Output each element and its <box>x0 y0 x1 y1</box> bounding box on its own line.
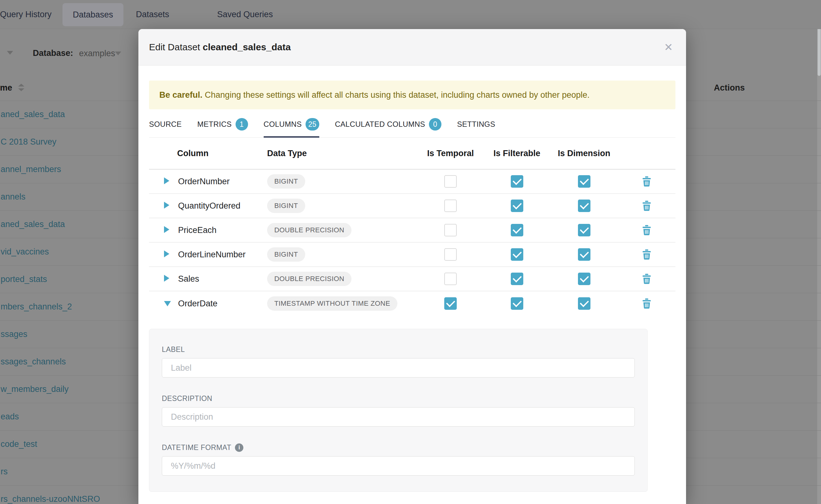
is-dimension-checkbox[interactable] <box>578 248 591 261</box>
dataset-link[interactable]: C 2018 Survey <box>1 137 57 147</box>
is-filterable-checkbox[interactable] <box>511 175 523 188</box>
expand-caret-icon[interactable] <box>149 225 171 235</box>
tab-count-badge: 25 <box>305 118 319 131</box>
table-row: OrderLineNumber BIGINT <box>149 243 675 267</box>
sort-icon[interactable] <box>18 84 25 91</box>
name-column-header[interactable]: me <box>0 83 12 93</box>
datetime-format-field-label: DATETIME FORMAT i <box>162 443 635 452</box>
column-name: OrderNumber <box>171 177 264 186</box>
dataset-link[interactable]: vid_vaccines <box>1 247 49 257</box>
info-icon[interactable]: i <box>235 443 243 452</box>
columns-table: OrderNumber BIGINT <box>149 170 675 316</box>
is-temporal-checkbox[interactable] <box>444 273 457 285</box>
nav-item[interactable]: Query History <box>0 0 52 29</box>
nav-item-label: Databases <box>73 10 113 20</box>
dataset-link[interactable]: aned_sales_data <box>1 110 65 119</box>
data-type-pill: BIGINT <box>267 199 305 213</box>
expand-caret-icon[interactable] <box>149 299 171 309</box>
is-temporal-checkbox[interactable] <box>444 224 457 236</box>
top-navigation: Databases Datasets Saved Queries Query H… <box>0 0 821 29</box>
nav-item-label: Saved Queries <box>217 10 273 19</box>
table-row: Sales DOUBLE PRECISION <box>149 267 675 291</box>
delete-column-trash-icon[interactable] <box>618 298 675 309</box>
is-filterable-checkbox[interactable] <box>511 297 523 310</box>
description-field-label: DESCRIPTION <box>162 394 635 403</box>
delete-column-trash-icon[interactable] <box>618 274 675 284</box>
table-row: QuantityOrdered BIGINT <box>149 194 675 218</box>
tab-label: SOURCE <box>149 120 181 129</box>
data-type-pill: TIMESTAMP WITHOUT TIME ZONE <box>267 296 397 311</box>
nav-item-label: Datasets <box>136 10 169 19</box>
is-dimension-checkbox[interactable] <box>578 297 591 310</box>
column-name: OrderDate <box>171 299 264 309</box>
database-filter-label: Database: <box>33 48 73 58</box>
tab-label: CALCULATED COLUMNS <box>335 120 425 129</box>
dataset-link[interactable]: aned_sales_data <box>1 220 65 229</box>
is-temporal-checkbox[interactable] <box>444 200 457 212</box>
is-temporal-checkbox[interactable] <box>444 297 457 310</box>
modal-dataset-name: cleaned_sales_data <box>203 42 291 52</box>
dataset-link[interactable]: mbers_channels_2 <box>1 302 72 312</box>
dataset-link[interactable]: rs <box>1 467 8 477</box>
data-type-pill: DOUBLE PRECISION <box>267 223 351 237</box>
datetime-format-input[interactable] <box>162 456 635 476</box>
dataset-link[interactable]: annel_members <box>1 165 61 174</box>
nav-item[interactable]: Databases <box>62 3 123 26</box>
is-dimension-checkbox[interactable] <box>578 200 591 212</box>
database-filter-value[interactable]: examples <box>79 49 115 58</box>
modal-title: Edit Dataset cleaned_sales_data <box>149 42 291 52</box>
is-dimension-checkbox[interactable] <box>578 224 591 236</box>
expand-caret-icon[interactable] <box>149 201 171 211</box>
is-dimension-checkbox[interactable] <box>578 175 591 188</box>
column-name: OrderLineNumber <box>171 250 264 259</box>
modal-title-prefix: Edit Dataset <box>149 42 200 52</box>
tab-count-badge: 1 <box>235 118 248 131</box>
data-type-pill: DOUBLE PRECISION <box>267 272 351 286</box>
data-type-header: Data Type <box>264 149 418 158</box>
table-row: OrderNumber BIGINT <box>149 170 675 194</box>
dataset-link[interactable]: ssages <box>1 329 27 339</box>
edit-dataset-modal: Edit Dataset cleaned_sales_data ✕ Be car… <box>138 29 686 504</box>
dataset-link[interactable]: eads <box>1 412 19 422</box>
expand-caret-icon[interactable] <box>149 274 171 284</box>
is-temporal-checkbox[interactable] <box>444 175 457 188</box>
dataset-link[interactable]: ported_stats <box>1 274 47 284</box>
is-filterable-checkbox[interactable] <box>511 224 523 236</box>
data-type-pill: BIGINT <box>267 247 305 262</box>
dataset-link[interactable]: rs_channels-uzooNNtSRO <box>1 494 100 504</box>
is-dimension-checkbox[interactable] <box>578 273 591 285</box>
column-header: Column <box>171 149 264 158</box>
delete-column-trash-icon[interactable] <box>618 225 675 235</box>
dataset-link[interactable]: w_members_daily <box>1 384 69 394</box>
dataset-link[interactable]: annels <box>1 192 26 202</box>
is-filterable-checkbox[interactable] <box>511 273 523 285</box>
filter-dropdown-caret-icon[interactable] <box>7 51 13 55</box>
column-name: QuantityOrdered <box>171 201 264 211</box>
actions-column-header: Actions <box>714 83 745 93</box>
nav-item[interactable]: Datasets <box>136 0 169 29</box>
is-dimension-header: Is Dimension <box>551 149 618 158</box>
delete-column-trash-icon[interactable] <box>618 200 675 211</box>
dataset-link[interactable]: ssages_channels <box>1 357 66 367</box>
tab[interactable]: COLUMNS 25 <box>264 118 319 137</box>
is-filterable-checkbox[interactable] <box>511 248 523 261</box>
is-filterable-checkbox[interactable] <box>511 200 523 212</box>
column-settings-panel: LABEL DESCRIPTION DATETIME FORMAT i <box>149 329 648 492</box>
delete-column-trash-icon[interactable] <box>618 176 675 187</box>
expand-caret-icon[interactable] <box>149 177 171 186</box>
database-dropdown-caret-icon[interactable] <box>115 52 121 55</box>
is-temporal-checkbox[interactable] <box>444 248 457 261</box>
tab[interactable]: METRICS 1 <box>197 118 248 137</box>
is-temporal-header: Is Temporal <box>418 149 483 158</box>
nav-item[interactable]: Saved Queries <box>217 0 273 29</box>
description-input[interactable] <box>162 407 635 427</box>
label-input[interactable] <box>162 358 635 378</box>
tab[interactable]: SETTINGS <box>457 118 495 137</box>
dataset-link[interactable]: code_test <box>1 439 37 449</box>
tab[interactable]: CALCULATED COLUMNS 0 <box>335 118 442 137</box>
close-icon[interactable]: ✕ <box>664 42 673 52</box>
expand-caret-icon[interactable] <box>149 250 171 259</box>
label-field-label: LABEL <box>162 345 635 354</box>
delete-column-trash-icon[interactable] <box>618 249 675 260</box>
tab[interactable]: SOURCE <box>149 118 181 137</box>
